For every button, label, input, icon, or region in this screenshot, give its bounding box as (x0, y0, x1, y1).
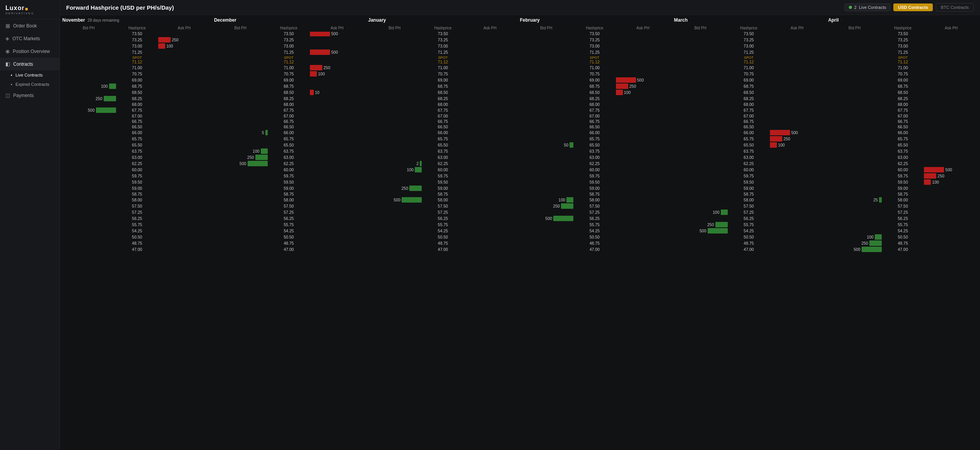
dec-ask-cell (308, 185, 366, 191)
dec-bid-cell: 100 (212, 148, 269, 154)
table-row: 58.00 58.00 500 58.00 100 58.00 58.00 25… (60, 197, 980, 203)
feb-hashprice: 68.75 (575, 83, 614, 89)
dec-ask-cell (308, 124, 366, 130)
apr-bid-cell (826, 65, 883, 71)
dec-hashprice: 70.75 (269, 71, 308, 77)
nov-bid-header: Bid PH (60, 25, 118, 32)
feb-hashprice: 70.75 (575, 71, 614, 77)
feb-hashprice: 69.00 (575, 77, 614, 83)
mar-ask-cell (768, 37, 826, 43)
jan-bid-cell (366, 228, 424, 234)
mar-ask-cell (768, 246, 826, 252)
sidebar-item-payments[interactable]: ◫ Payments (0, 89, 60, 102)
mar-bid-cell (672, 89, 729, 95)
nov-bid-cell (60, 49, 118, 55)
feb-bid-cell: 250 (518, 203, 575, 209)
mar-bid-cell (672, 65, 729, 71)
mar-bid-cell (672, 240, 729, 246)
apr-hashprice: 66.00 (883, 130, 922, 136)
apr-ask-header: Ask PH (922, 25, 980, 32)
nov-ask-cell (157, 160, 212, 167)
dec-ask-cell (308, 119, 366, 124)
nov-bid-cell (60, 246, 118, 252)
dec-hashprice: 54.25 (269, 228, 308, 234)
apr-hashprice: 60.00 (883, 167, 922, 173)
mar-ask-cell (768, 167, 826, 173)
mar-hashprice: 70.75 (729, 71, 768, 77)
sidebar-item-live-contracts[interactable]: ▪ Live Contracts (5, 70, 60, 80)
feb-hashprice: 62.25 (575, 160, 614, 167)
apr-ask-cell (922, 107, 980, 113)
feb-ask-cell (614, 167, 672, 173)
mar-bid-cell (672, 83, 729, 89)
jan-hashprice: 63.00 (423, 154, 462, 160)
apr-bid-cell (826, 77, 883, 83)
nov-bid-cell (60, 160, 118, 167)
feb-bid-cell (518, 185, 575, 191)
mar-ask-cell (768, 107, 826, 113)
dec-bid-cell (212, 136, 269, 142)
nov-ask-cell: 250 (157, 37, 212, 43)
nov-bid-cell (60, 191, 118, 197)
apr-bid-cell (826, 55, 883, 65)
apr-ask-cell (922, 49, 980, 55)
jan-hashprice: 69.00 (423, 77, 462, 83)
sidebar-item-expired-contracts[interactable]: ▪ Expired Contracts (5, 80, 60, 89)
feb-bid-cell (518, 55, 575, 65)
mar-bid-cell (672, 167, 729, 173)
sidebar-item-contracts[interactable]: ◧ Contracts (0, 58, 60, 70)
table-row: 60.00 60.00 100 60.00 60.00 60.00 60.00 … (60, 167, 980, 173)
nov-bid-cell (60, 234, 118, 240)
mar-hashprice: 68.75 (729, 83, 768, 89)
sidebar-item-position-overview[interactable]: ◉ Position Overview (0, 45, 60, 58)
hashprice-table-wrapper[interactable]: November 28 days remaining December Janu… (60, 15, 980, 450)
feb-ask-cell (614, 148, 672, 154)
apr-hashprice: 56.25 (883, 215, 922, 222)
jan-bid-cell (366, 95, 424, 102)
feb-bid-cell: 100 (518, 197, 575, 203)
jan-hash-header: Hashprice (423, 25, 462, 32)
mar-hashprice: 66.50 (729, 124, 768, 130)
nov-hashprice: 47.00 (118, 246, 157, 252)
nov-ask-cell (157, 124, 212, 130)
feb-hashprice: 58.75 (575, 191, 614, 197)
jan-ask-cell (462, 113, 517, 119)
btc-contracts-button[interactable]: BTC Contracts (936, 3, 974, 12)
feb-ask-cell (614, 102, 672, 107)
apr-bid-cell (826, 160, 883, 167)
feb-bid-cell (518, 154, 575, 160)
mar-bid-cell: 100 (672, 209, 729, 215)
jan-hashprice: 71.00 (423, 65, 462, 71)
apr-ask-cell (922, 234, 980, 240)
jan-hashprice: 47.00 (423, 246, 462, 252)
mar-ask-cell (768, 83, 826, 89)
jan-hashprice: 67.00 (423, 113, 462, 119)
table-row: 66.00 5 66.00 66.00 66.00 66.00 500 66.0… (60, 130, 980, 136)
sidebar-item-order-book[interactable]: ▦ Order Book (0, 19, 60, 32)
table-row: 66.50 66.50 66.50 66.50 66.50 66.50 (60, 124, 980, 130)
nov-bid-cell (60, 130, 118, 136)
sidebar-item-otc-markets[interactable]: ◈ OTC Markets (0, 32, 60, 45)
feb-hashprice: 66.50 (575, 124, 614, 130)
apr-ask-cell (922, 113, 980, 119)
feb-hashprice: 73.00 (575, 43, 614, 49)
nov-bid-cell (60, 148, 118, 154)
feb-ask-cell (614, 37, 672, 43)
dec-ask-cell (308, 167, 366, 173)
dec-hashprice: 65.50 (269, 142, 308, 148)
position-overview-icon: ◉ (5, 48, 10, 54)
feb-bid-cell (518, 83, 575, 89)
jan-ask-cell (462, 95, 517, 102)
usd-contracts-button[interactable]: USD Contracts (893, 3, 933, 11)
dec-ask-cell (308, 83, 366, 89)
march-label: March (674, 17, 688, 23)
mar-hashprice: 67.00 (729, 113, 768, 119)
live-contracts-badge: 2 Live Contracts (845, 3, 890, 11)
nov-bid-cell (60, 209, 118, 215)
jan-ask-cell (462, 107, 517, 113)
mar-hashprice: 68.00 (729, 102, 768, 107)
dec-bid-cell (212, 173, 269, 179)
dec-hashprice: 59.00 (269, 185, 308, 191)
jan-bid-cell (366, 148, 424, 154)
nov-bid-cell: 500 (60, 107, 118, 113)
